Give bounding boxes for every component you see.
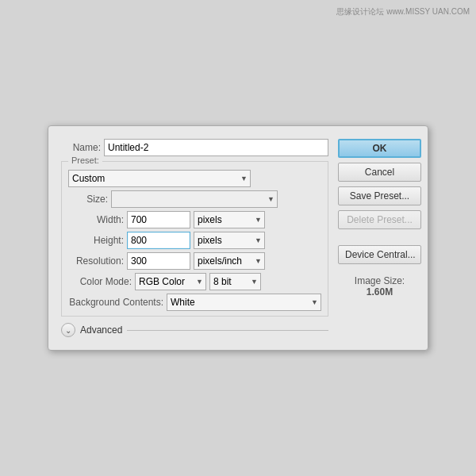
resolution-unit-wrapper: pixels/inch pixels/cm ▼: [194, 252, 265, 270]
height-label: Height:: [68, 235, 124, 246]
image-size-info: Image Size: 1.60M: [338, 275, 421, 298]
bg-label: Background Contents:: [68, 297, 163, 308]
preset-group: Preset: Custom ▼ Size:: [61, 161, 328, 317]
delete-preset-button[interactable]: Delete Preset...: [338, 210, 421, 229]
preset-legend: Preset:: [68, 155, 102, 165]
size-row: Size: ▼: [68, 190, 321, 208]
height-unit-wrapper: pixels inches cm ▼: [194, 232, 265, 249]
preset-row: Custom ▼: [68, 170, 321, 187]
advanced-label: Advanced: [80, 324, 122, 336]
colormode-row: Color Mode: RGB Color Grayscale CMYK Col…: [68, 273, 321, 290]
size-select[interactable]: [111, 190, 278, 208]
name-label: Name:: [61, 142, 101, 153]
colormode-select[interactable]: RGB Color Grayscale CMYK Color: [135, 273, 206, 290]
height-unit-select[interactable]: pixels inches cm: [194, 232, 265, 249]
resolution-input[interactable]: [127, 252, 190, 270]
width-label: Width:: [68, 214, 124, 225]
right-panel: OK Cancel Save Preset... Delete Preset..…: [338, 139, 421, 337]
bit-select[interactable]: 8 bit 16 bit 32 bit: [209, 273, 261, 290]
advanced-row: ⌄ Advanced: [61, 323, 328, 337]
size-label: Size:: [68, 194, 108, 205]
resolution-label: Resolution:: [68, 255, 124, 267]
device-central-button[interactable]: Device Central...: [338, 245, 421, 264]
image-size-value: 1.60M: [338, 286, 421, 298]
colormode-label: Color Mode:: [68, 276, 132, 287]
image-size-label: Image Size:: [338, 275, 421, 286]
name-input[interactable]: [104, 139, 328, 156]
resolution-unit-select[interactable]: pixels/inch pixels/cm: [194, 252, 265, 270]
new-document-dialog: Name: Preset: Custom ▼ Size:: [48, 125, 428, 351]
bg-select-wrapper: White Background Color Transparent ▼: [167, 294, 321, 311]
name-row: Name:: [61, 139, 328, 156]
height-input[interactable]: [127, 232, 190, 249]
resolution-row: Resolution: pixels/inch pixels/cm ▼: [68, 252, 321, 270]
ok-button[interactable]: OK: [338, 139, 421, 158]
width-input[interactable]: [127, 211, 190, 228]
colormode-select-wrapper: RGB Color Grayscale CMYK Color ▼: [135, 273, 206, 290]
advanced-divider: [127, 330, 328, 331]
bit-select-wrapper: 8 bit 16 bit 32 bit ▼: [209, 273, 261, 290]
bg-row: Background Contents: White Background Co…: [68, 294, 321, 311]
width-unit-wrapper: pixels inches cm ▼: [194, 211, 265, 228]
width-unit-select[interactable]: pixels inches cm: [194, 211, 265, 228]
preset-select-wrapper: Custom ▼: [68, 170, 251, 187]
cancel-button[interactable]: Cancel: [338, 163, 421, 182]
save-preset-button[interactable]: Save Preset...: [338, 186, 421, 205]
size-select-wrapper: ▼: [111, 190, 278, 208]
height-row: Height: pixels inches cm ▼: [68, 232, 321, 249]
bg-select[interactable]: White Background Color Transparent: [167, 294, 321, 311]
preset-select[interactable]: Custom: [68, 170, 251, 187]
watermark: 思缘设计论坛 www.MISSY UAN.COM: [336, 6, 470, 17]
advanced-toggle[interactable]: ⌄: [61, 323, 75, 337]
width-row: Width: pixels inches cm ▼: [68, 211, 321, 228]
left-panel: Name: Preset: Custom ▼ Size:: [61, 139, 328, 337]
